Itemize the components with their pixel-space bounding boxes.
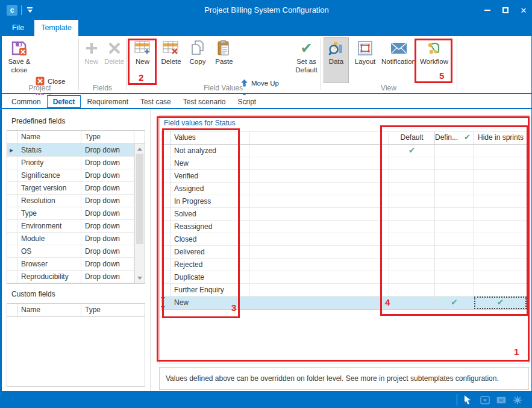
hide-in-sprints-cell[interactable]: ✔ — [474, 297, 527, 309]
header-type[interactable]: Type — [81, 131, 134, 143]
scroll-up-icon[interactable] — [137, 148, 142, 151]
tab-common[interactable]: Common — [5, 95, 47, 108]
predefined-row-type[interactable]: TypeDrop down — [7, 207, 145, 220]
defined-cell[interactable] — [435, 259, 474, 271]
default-cell[interactable] — [389, 170, 435, 183]
value-row-rejected-9[interactable]: Rejected — [161, 259, 527, 271]
view-layout-button[interactable]: Layout — [351, 38, 379, 83]
defined-cell[interactable] — [435, 208, 474, 221]
default-cell[interactable] — [389, 246, 435, 259]
view-notification-button[interactable]: Notification — [381, 38, 416, 83]
hide-in-sprints-cell[interactable] — [474, 233, 527, 246]
scroll-thumb[interactable] — [136, 154, 143, 244]
predefined-row-module[interactable]: ModuleDrop down — [7, 233, 145, 245]
predefined-row-significance[interactable]: SignificanceDrop down — [7, 169, 145, 182]
defined-cell[interactable]: ✔ — [435, 297, 474, 309]
value-delete-button[interactable]: Delete — [158, 38, 184, 83]
values-header-hide[interactable]: Hide in sprints — [474, 131, 527, 144]
grid-view-icon[interactable] — [479, 394, 491, 406]
default-cell[interactable] — [389, 233, 435, 246]
hide-in-sprints-cell[interactable] — [474, 259, 527, 271]
hide-in-sprints-cell[interactable] — [474, 284, 527, 297]
defined-cell[interactable] — [435, 195, 474, 208]
tab-requirement[interactable]: Requirement — [81, 95, 134, 108]
set-as-default-button[interactable]: ✔ Set as Default — [292, 38, 321, 83]
default-cell[interactable] — [389, 297, 435, 309]
tab-defect[interactable]: Defect — [47, 95, 81, 108]
value-row-verified-2[interactable]: Verified — [161, 170, 527, 183]
header-name[interactable]: Name — [17, 131, 81, 143]
default-cell[interactable] — [389, 195, 435, 208]
defined-cell[interactable] — [435, 145, 474, 157]
pointer-mode-icon[interactable] — [462, 394, 474, 406]
tab-script[interactable]: Script — [231, 95, 262, 108]
maximize-button[interactable] — [496, 1, 515, 20]
default-cell[interactable]: ✔ — [389, 145, 435, 157]
values-header-defined[interactable]: Defin... ✔ — [435, 131, 474, 144]
values-header-default[interactable]: Default — [389, 131, 435, 144]
hide-in-sprints-cell[interactable] — [474, 145, 527, 157]
copy-button[interactable]: Copy — [186, 38, 210, 83]
predefined-row-status[interactable]: ▶StatusDrop down — [7, 144, 145, 157]
fields-new-button[interactable]: New — [81, 38, 102, 83]
predefined-table-scrollbar[interactable] — [134, 144, 145, 283]
defined-cell[interactable] — [435, 284, 474, 297]
default-cell[interactable] — [389, 284, 435, 297]
predefined-row-browser[interactable]: BrowserDrop down — [7, 258, 145, 271]
defined-cell[interactable] — [435, 221, 474, 233]
value-row-duplicate-10[interactable]: Duplicate — [161, 271, 527, 284]
defined-cell[interactable] — [435, 271, 474, 284]
value-row-assigned-3[interactable]: Assigned — [161, 183, 527, 195]
default-cell[interactable] — [389, 271, 435, 284]
predefined-row-resolution[interactable]: ResolutionDrop down — [7, 195, 145, 207]
save-and-close-button[interactable]: Save & close — [4, 38, 34, 83]
value-row-closed-7[interactable]: Closed — [161, 233, 527, 246]
hide-in-sprints-cell[interactable] — [474, 246, 527, 259]
hide-in-sprints-cell[interactable] — [474, 195, 527, 208]
scroll-down-icon[interactable] — [137, 277, 142, 280]
hide-in-sprints-cell[interactable] — [474, 271, 527, 284]
value-row-new-12[interactable]: New✔✔ — [161, 297, 527, 309]
defined-cell[interactable] — [435, 233, 474, 246]
value-row-solved-5[interactable]: Solved — [161, 208, 527, 221]
defined-cell[interactable] — [435, 246, 474, 259]
close-button[interactable]: ✕ — [515, 1, 532, 20]
predefined-row-target-version[interactable]: Target versionDrop down — [7, 182, 145, 195]
value-row-in-progress-4[interactable]: In Progress — [161, 195, 527, 208]
predefined-row-environment[interactable]: EnvironmentDrop down — [7, 220, 145, 233]
hide-in-sprints-cell[interactable] — [474, 183, 527, 195]
defined-cell[interactable] — [435, 183, 474, 195]
view-data-button[interactable]: Data — [324, 37, 349, 83]
predefined-row-reproducibility[interactable]: ReproducibilityDrop down — [7, 271, 145, 283]
default-cell[interactable] — [389, 221, 435, 233]
tab-test-case[interactable]: Test case — [134, 95, 177, 108]
value-row-delivered-8[interactable]: Delivered — [161, 246, 527, 259]
defined-cell[interactable] — [435, 170, 474, 183]
hide-in-sprints-cell[interactable] — [474, 221, 527, 233]
default-cell[interactable] — [389, 157, 435, 170]
minimize-button[interactable] — [478, 1, 496, 20]
hide-in-sprints-cell[interactable] — [474, 170, 527, 183]
default-cell[interactable] — [389, 208, 435, 221]
value-row-not-analyzed-0[interactable]: Not analyzed✔ — [161, 145, 527, 157]
defined-cell[interactable] — [435, 157, 474, 170]
values-header-values[interactable]: Values — [171, 131, 249, 144]
default-cell[interactable] — [389, 259, 435, 271]
default-cell[interactable] — [389, 183, 435, 195]
value-row-further-enquiry-11[interactable]: Further Enquiry — [161, 284, 527, 297]
header-type[interactable]: Type — [81, 304, 145, 316]
view-workflow-button[interactable]: Workflow — [418, 38, 451, 83]
mail-status-icon[interactable] — [495, 394, 507, 406]
spark-status-icon[interactable] — [512, 394, 524, 406]
tab-template[interactable]: Template — [34, 20, 78, 36]
header-name[interactable]: Name — [17, 304, 81, 316]
value-row-new-1[interactable]: New — [161, 157, 527, 170]
tab-file[interactable]: File — [5, 20, 31, 36]
fields-delete-button[interactable]: Delete — [103, 38, 125, 83]
hide-in-sprints-cell[interactable] — [474, 208, 527, 221]
hide-in-sprints-cell[interactable] — [474, 157, 527, 170]
value-row-reassigned-6[interactable]: Reassigned — [161, 221, 527, 233]
paste-button[interactable]: Paste — [211, 38, 237, 83]
predefined-row-priority[interactable]: PriorityDrop down — [7, 157, 145, 169]
tab-test-scenario[interactable]: Test scenario — [177, 95, 232, 108]
